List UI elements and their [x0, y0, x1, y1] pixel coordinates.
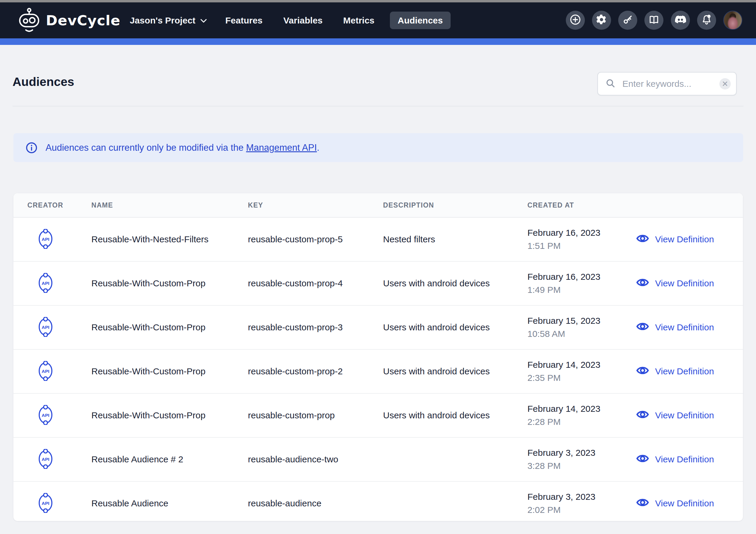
view-definition-link[interactable]: View Definition	[636, 409, 743, 422]
description-cell: Users with android devices	[383, 366, 527, 376]
eye-icon	[636, 452, 649, 467]
user-avatar[interactable]	[723, 11, 742, 30]
nav-link-audiences-active[interactable]: Audiences	[390, 12, 451, 29]
view-definition-label: View Definition	[655, 498, 714, 508]
search-icon	[605, 78, 616, 90]
created-date: February 3, 2023	[527, 446, 636, 459]
banner-text-suffix: .	[317, 142, 320, 153]
table-row: API Reusable-With-Custom-Prop reusable-c…	[14, 394, 743, 438]
project-selector[interactable]: Jason's Project	[130, 2, 207, 38]
creator-cell: API	[14, 273, 92, 294]
created-date: February 14, 2023	[527, 358, 636, 371]
creator-cell: API	[14, 229, 92, 250]
nav-link-metrics[interactable]: Metrics	[343, 2, 374, 38]
created-date: February 16, 2023	[527, 270, 636, 283]
view-definition-label: View Definition	[655, 410, 714, 420]
banner-text-prefix: Audiences can currently only be modified…	[45, 142, 246, 153]
svg-text:API: API	[42, 324, 49, 329]
window-top-edge	[0, 0, 756, 2]
name-cell: Reusable-With-Custom-Prop	[92, 366, 248, 376]
key-cell: reusable-custom-prop	[248, 410, 383, 420]
docs-button[interactable]	[644, 11, 663, 30]
settings-button[interactable]	[592, 11, 611, 30]
search-input[interactable]	[622, 79, 719, 89]
created-date: February 16, 2023	[527, 226, 636, 239]
api-creator-icon: API	[38, 361, 53, 382]
column-header-created-at: Created At	[527, 201, 636, 209]
svg-text:API: API	[42, 412, 49, 418]
eye-icon	[636, 365, 649, 378]
created-at-cell: February 15, 2023 10:58 AM	[527, 314, 636, 341]
name-cell: Reusable-With-Custom-Prop	[92, 410, 248, 420]
created-at-cell: February 3, 2023 2:02 PM	[527, 490, 636, 517]
search-box: ✕	[597, 72, 737, 95]
title-divider	[13, 106, 743, 107]
created-at-cell: February 3, 2023 3:28 PM	[527, 446, 636, 472]
project-selector-label: Jason's Project	[130, 15, 196, 26]
eye-icon	[636, 496, 649, 511]
api-creator-icon: API	[38, 229, 53, 250]
view-definition-link[interactable]: View Definition	[636, 233, 743, 246]
created-time: 3:28 PM	[527, 459, 636, 472]
key-cell: reusable-custom-prop-4	[248, 278, 383, 289]
created-at-cell: February 16, 2023 1:49 PM	[527, 270, 636, 296]
view-definition-link[interactable]: View Definition	[636, 452, 743, 467]
created-time: 1:51 PM	[527, 239, 636, 252]
name-cell: Reusable Audience # 2	[92, 454, 248, 465]
accent-strip	[0, 38, 756, 45]
view-definition-link[interactable]: View Definition	[636, 496, 743, 511]
view-definition-label: View Definition	[655, 366, 714, 376]
created-time: 1:49 PM	[527, 283, 636, 296]
column-header-name: Name	[92, 201, 248, 209]
api-creator-icon: API	[38, 449, 53, 470]
created-time: 10:58 AM	[527, 327, 636, 341]
page-title: Audiences	[13, 75, 74, 89]
name-cell: Reusable-With-Nested-Filters	[92, 234, 248, 244]
management-api-link[interactable]: Management API	[246, 142, 317, 153]
add-icon	[569, 14, 581, 27]
search-clear-button[interactable]: ✕	[719, 78, 731, 89]
add-button[interactable]	[566, 11, 585, 30]
notifications-button[interactable]	[697, 11, 716, 30]
creator-cell: API	[14, 317, 92, 338]
table-row: API Reusable-With-Custom-Prop reusable-c…	[14, 350, 743, 394]
brand-logo[interactable]: DevCycle	[18, 2, 121, 38]
api-creator-icon: API	[38, 317, 53, 338]
discord-icon	[675, 14, 686, 26]
creator-cell: API	[14, 361, 92, 382]
settings-gear-icon	[596, 14, 607, 26]
nav-link-features[interactable]: Features	[225, 2, 262, 38]
view-definition-link[interactable]: View Definition	[636, 276, 743, 291]
table-row: API Reusable-With-Nested-Filters reusabl…	[14, 217, 743, 262]
devcycle-robot-icon	[18, 8, 40, 33]
api-key-icon	[622, 14, 634, 26]
api-keys-button[interactable]	[618, 11, 637, 30]
description-cell: Users with android devices	[383, 278, 527, 289]
name-cell: Reusable Audience	[92, 498, 248, 508]
view-definition-link[interactable]: View Definition	[636, 365, 743, 378]
table-row: API Reusable Audience # 2 reusable-audie…	[14, 438, 743, 482]
key-cell: reusable-custom-prop-5	[248, 234, 383, 244]
column-header-creator: Creator	[14, 201, 92, 209]
table-row: API Reusable Audience reusable-audience …	[14, 482, 743, 521]
created-date: February 15, 2023	[527, 314, 636, 327]
column-header-description: Description	[383, 201, 527, 209]
name-cell: Reusable-With-Custom-Prop	[92, 322, 248, 332]
description-cell: Nested filters	[383, 234, 527, 244]
table-header-row: Creator Name Key Description Created At	[14, 193, 743, 217]
nav-link-variables[interactable]: Variables	[284, 2, 323, 38]
api-creator-icon: API	[38, 493, 53, 514]
table-row: API Reusable-With-Custom-Prop reusable-c…	[14, 262, 743, 306]
eye-icon	[636, 276, 649, 291]
key-cell: reusable-audience	[248, 498, 383, 508]
discord-button[interactable]	[671, 11, 690, 30]
created-at-cell: February 14, 2023 2:28 PM	[527, 402, 636, 428]
svg-text:API: API	[42, 500, 49, 505]
api-creator-icon: API	[38, 273, 53, 294]
docs-book-icon	[648, 14, 660, 26]
view-definition-link[interactable]: View Definition	[636, 320, 743, 335]
column-header-key: Key	[248, 201, 383, 209]
view-definition-label: View Definition	[655, 278, 714, 289]
svg-text:API: API	[42, 369, 49, 373]
creator-cell: API	[14, 493, 92, 514]
